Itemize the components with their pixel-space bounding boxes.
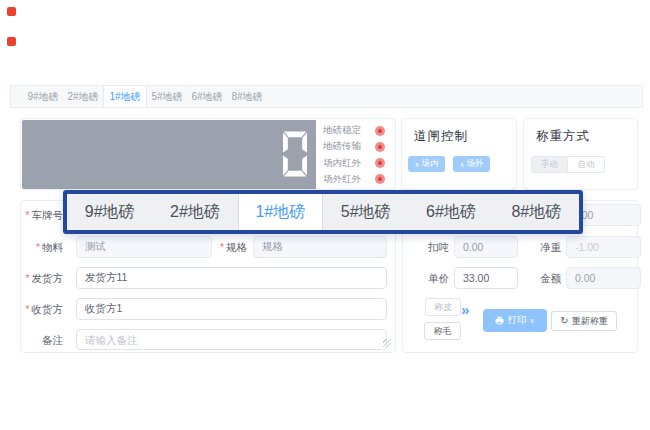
amount-label: 金额: [521, 272, 561, 286]
weigh-mode-card: 称重方式 手动 自动: [523, 118, 638, 190]
required-mark: *: [220, 242, 224, 253]
plate-label: *车牌号: [21, 209, 63, 223]
tab-8-dibang[interactable]: 8#地磅: [227, 86, 267, 107]
tab-9-dibang[interactable]: 9#地磅: [23, 86, 63, 107]
status-row: 场内红外: [323, 157, 385, 170]
status-label: 场外红外: [323, 173, 361, 186]
magnified-tab-overlay: 9#地磅 2#地磅 1#地磅 5#地磅 6#地磅 8#地磅: [63, 190, 583, 234]
required-mark: *: [26, 210, 30, 221]
weigh-tare-button[interactable]: 称皮: [425, 298, 461, 316]
overlay-tab-5-dibang[interactable]: 5#地磅: [323, 194, 408, 230]
deduction-input[interactable]: [454, 236, 518, 258]
material-label: *物料: [21, 241, 63, 255]
overlay-tab-6-dibang[interactable]: 6#地磅: [408, 194, 493, 230]
red-square-marker-icon: [7, 37, 16, 46]
seven-segment-zero-icon: [280, 130, 310, 178]
gate-open-outside-button[interactable]: ∧ 场外: [453, 156, 490, 172]
status-red-dot-icon: [375, 174, 385, 184]
chevron-up-icon: ∧: [414, 161, 419, 168]
print-button[interactable]: 打印 ∨: [483, 309, 547, 332]
status-row: 地磅稳定: [323, 124, 385, 137]
weigh-mode-manual-option[interactable]: 手动: [531, 156, 568, 173]
overlay-tab-8-dibang[interactable]: 8#地磅: [494, 194, 579, 230]
gate-in-label: 场内: [422, 158, 439, 170]
status-row: 场外红外: [323, 173, 385, 186]
sender-label: *发货方: [21, 272, 63, 286]
weigh-mode-title: 称重方式: [536, 128, 590, 145]
overlay-tab-2-dibang[interactable]: 2#地磅: [152, 194, 237, 230]
weight-display-card: 0 地磅稳定 地磅传输 场内红外 场外红外: [20, 118, 396, 190]
refresh-icon: ↻: [560, 316, 568, 326]
required-mark: *: [36, 242, 40, 253]
print-label: 打印: [507, 314, 526, 327]
spec-input[interactable]: [253, 236, 387, 258]
net-weight-label: 净重: [521, 241, 561, 255]
unit-price-input[interactable]: [454, 267, 518, 289]
required-mark: *: [26, 273, 30, 284]
receiver-label: *收货方: [21, 303, 63, 317]
overlay-tab-1-dibang-active[interactable]: 1#地磅: [238, 194, 323, 230]
remark-label: 备注: [21, 334, 63, 348]
gate-out-label: 场外: [467, 158, 484, 170]
remark-textarea[interactable]: [76, 329, 387, 350]
tab-6-dibang[interactable]: 6#地磅: [187, 86, 227, 107]
tab-2-dibang[interactable]: 2#地磅: [63, 86, 103, 107]
status-label: 地磅稳定: [323, 124, 361, 137]
printer-icon: [495, 316, 504, 325]
deduction-label: 扣吨: [409, 241, 449, 255]
status-red-dot-icon: [375, 126, 385, 136]
unit-price-label: 单价: [409, 272, 449, 286]
required-mark: *: [26, 304, 30, 315]
amount-input[interactable]: [566, 267, 641, 289]
status-row: 地磅传输: [323, 140, 385, 153]
status-label: 场内红外: [323, 157, 361, 170]
chevron-up-icon: ∧: [459, 161, 464, 168]
gate-control-card: 道闸控制 ∧ 场内 ∧ 场外: [401, 118, 517, 190]
double-chevron-right-icon: »: [461, 301, 469, 318]
weighbridge-tab-bar: 9#地磅 2#地磅 1#地磅 5#地磅 6#地磅 8#地磅: [10, 85, 643, 108]
status-red-dot-icon: [375, 158, 385, 168]
gate-control-title: 道闸控制: [414, 128, 468, 145]
weigh-mode-auto-option[interactable]: 自动: [568, 156, 605, 173]
reweigh-label: 重新称重: [572, 315, 608, 328]
sender-input[interactable]: [76, 267, 387, 289]
net-weight-input[interactable]: [566, 236, 641, 258]
tab-1-dibang-active[interactable]: 1#地磅: [103, 86, 147, 107]
red-square-marker-icon: [7, 7, 16, 16]
material-input[interactable]: [76, 236, 212, 258]
weigh-gross-button[interactable]: 称毛: [424, 322, 461, 340]
tab-5-dibang[interactable]: 5#地磅: [147, 86, 187, 107]
status-indicator-list: 地磅稳定 地磅传输 场内红外 场外红外: [323, 124, 385, 186]
status-red-dot-icon: [375, 142, 385, 152]
reweigh-button[interactable]: ↻ 重新称重: [551, 311, 617, 331]
overlay-tab-9-dibang[interactable]: 9#地磅: [67, 194, 152, 230]
spec-label: *规格: [197, 241, 247, 255]
gate-open-inside-button[interactable]: ∧ 场内: [408, 156, 445, 172]
status-label: 地磅传输: [323, 140, 361, 153]
chevron-down-icon: ∨: [529, 317, 534, 325]
textarea-resize-handle-icon[interactable]: [383, 339, 391, 347]
receiver-input[interactable]: [76, 298, 387, 320]
weigh-mode-segmented-control: 手动 自动: [531, 156, 605, 173]
weight-display-screen: 0: [22, 120, 316, 189]
